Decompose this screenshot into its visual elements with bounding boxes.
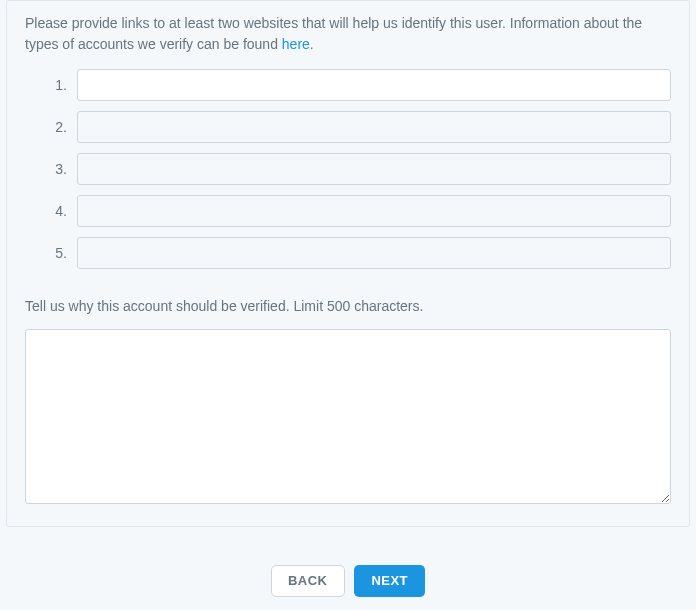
link-input-3[interactable] [77, 153, 671, 185]
reason-textarea[interactable] [25, 329, 671, 504]
link-number-label: 4. [45, 203, 67, 219]
link-input-1[interactable] [77, 69, 671, 101]
button-row: BACK NEXT [0, 565, 696, 597]
reason-label: Tell us why this account should be verif… [25, 297, 671, 317]
link-number-label: 3. [45, 161, 67, 177]
links-instruction: Please provide links to at least two web… [25, 13, 671, 55]
link-number-label: 2. [45, 119, 67, 135]
link-number-label: 5. [45, 245, 67, 261]
link-input-5[interactable] [77, 237, 671, 269]
back-button[interactable]: BACK [271, 565, 345, 597]
next-button[interactable]: NEXT [354, 565, 425, 597]
link-row: 5. [45, 237, 671, 269]
form-panel: Please provide links to at least two web… [6, 0, 690, 527]
link-input-2[interactable] [77, 111, 671, 143]
link-input-list: 1.2.3.4.5. [45, 69, 671, 269]
link-row: 3. [45, 153, 671, 185]
links-instruction-suffix: . [310, 36, 314, 52]
links-instruction-text: Please provide links to at least two web… [25, 15, 642, 52]
link-row: 4. [45, 195, 671, 227]
link-number-label: 1. [45, 77, 67, 93]
link-row: 1. [45, 69, 671, 101]
link-input-4[interactable] [77, 195, 671, 227]
link-row: 2. [45, 111, 671, 143]
verify-info-link[interactable]: here [282, 36, 310, 52]
